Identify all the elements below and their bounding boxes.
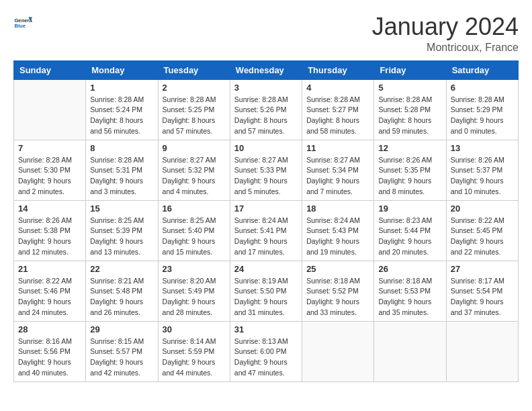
calendar-cell: 5Sunrise: 8:28 AMSunset: 5:28 PMDaylight… <box>374 79 446 140</box>
day-number: 12 <box>378 143 441 153</box>
day-info-line: Sunrise: 8:28 AM <box>306 95 360 103</box>
day-info-line: Sunset: 5:37 PM <box>451 166 503 174</box>
day-number: 31 <box>234 324 298 334</box>
calendar-cell <box>14 79 86 140</box>
day-info-line: Sunrise: 8:21 AM <box>90 277 144 285</box>
day-info-line: Sunset: 5:57 PM <box>90 347 142 355</box>
day-info-line: Sunset: 5:33 PM <box>234 166 287 174</box>
day-number: 17 <box>234 203 298 214</box>
day-info: Sunrise: 8:28 AMSunset: 5:25 PMDaylight:… <box>163 95 226 137</box>
day-info-line: Daylight: 9 hours <box>90 298 143 306</box>
day-number: 21 <box>18 264 81 274</box>
day-info-line: Sunrise: 8:28 AM <box>18 156 72 164</box>
day-info-line: Sunset: 5:31 PM <box>90 166 142 174</box>
day-info-line: Daylight: 9 hours <box>234 237 287 245</box>
day-info-line: Sunrise: 8:18 AM <box>378 277 432 285</box>
calendar-cell: 23Sunrise: 8:20 AMSunset: 5:49 PMDayligh… <box>158 261 230 321</box>
calendar-cell: 18Sunrise: 8:24 AMSunset: 5:43 PMDayligh… <box>302 200 374 261</box>
day-info-line: and 5 minutes. <box>234 187 281 195</box>
day-number: 29 <box>90 324 153 334</box>
week-row-3: 14Sunrise: 8:26 AMSunset: 5:38 PMDayligh… <box>14 200 519 261</box>
calendar-cell: 7Sunrise: 8:28 AMSunset: 5:30 PMDaylight… <box>14 140 86 200</box>
day-info-line: Daylight: 9 hours <box>18 177 71 185</box>
day-info-line: Sunset: 5:54 PM <box>451 287 503 295</box>
day-info-line: Daylight: 8 hours <box>234 116 287 124</box>
day-number: 11 <box>306 143 369 153</box>
calendar-cell: 11Sunrise: 8:27 AMSunset: 5:34 PMDayligh… <box>302 140 374 200</box>
day-info-line: Sunrise: 8:13 AM <box>234 337 288 345</box>
day-info-line: and 12 minutes. <box>18 248 69 256</box>
day-info-line: Sunrise: 8:28 AM <box>378 95 432 103</box>
day-info-line: Sunset: 5:45 PM <box>451 226 503 234</box>
day-info-line: Sunset: 5:49 PM <box>163 287 215 295</box>
day-info-line: Sunrise: 8:28 AM <box>90 95 144 103</box>
day-info-line: Sunrise: 8:22 AM <box>451 216 504 224</box>
day-info-line: Sunset: 5:35 PM <box>378 166 431 174</box>
column-header-friday: Friday <box>374 60 446 79</box>
day-info-line: and 44 minutes. <box>163 369 213 377</box>
day-info-line: Sunrise: 8:19 AM <box>234 277 288 285</box>
calendar-cell <box>446 321 518 381</box>
svg-text:Blue: Blue <box>14 23 26 29</box>
day-number: 19 <box>378 203 441 214</box>
day-info-line: Sunrise: 8:17 AM <box>451 277 504 285</box>
calendar-cell: 27Sunrise: 8:17 AMSunset: 5:54 PMDayligh… <box>446 261 518 321</box>
day-number: 30 <box>163 324 226 334</box>
calendar-cell: 15Sunrise: 8:25 AMSunset: 5:39 PMDayligh… <box>86 200 158 261</box>
day-info-line: Sunset: 5:39 PM <box>90 226 142 234</box>
calendar-cell: 22Sunrise: 8:21 AMSunset: 5:48 PMDayligh… <box>86 261 158 321</box>
day-info-line: and 26 minutes. <box>90 308 140 316</box>
column-header-monday: Monday <box>86 60 158 79</box>
day-info-line: Sunrise: 8:24 AM <box>234 216 288 224</box>
calendar-cell: 13Sunrise: 8:26 AMSunset: 5:37 PMDayligh… <box>446 140 518 200</box>
day-info-line: Sunset: 5:24 PM <box>90 105 142 113</box>
day-info-line: Sunset: 5:53 PM <box>378 287 431 295</box>
day-info: Sunrise: 8:26 AMSunset: 5:38 PMDaylight:… <box>18 216 81 258</box>
day-info-line: Daylight: 9 hours <box>234 177 287 185</box>
day-number: 28 <box>18 324 81 334</box>
day-info-line: Sunset: 5:29 PM <box>451 105 503 113</box>
day-number: 8 <box>90 143 153 153</box>
day-info: Sunrise: 8:20 AMSunset: 5:49 PMDaylight:… <box>163 276 226 318</box>
day-info-line: and 40 minutes. <box>18 369 69 377</box>
day-number: 27 <box>451 264 514 274</box>
column-header-sunday: Sunday <box>14 60 86 79</box>
title-block: January 2024 Montricoux, France <box>372 13 519 54</box>
day-info-line: Daylight: 9 hours <box>306 298 359 306</box>
day-info-line: Sunrise: 8:28 AM <box>163 95 216 103</box>
calendar-cell: 14Sunrise: 8:26 AMSunset: 5:38 PMDayligh… <box>14 200 86 261</box>
day-info-line: and 57 minutes. <box>163 127 213 135</box>
day-info-line: Sunset: 5:27 PM <box>306 105 359 113</box>
day-info-line: and 7 minutes. <box>306 187 353 195</box>
calendar-cell: 1Sunrise: 8:28 AMSunset: 5:24 PMDaylight… <box>86 79 158 140</box>
day-info-line: Daylight: 9 hours <box>378 177 431 185</box>
day-info-line: Daylight: 9 hours <box>90 358 143 366</box>
day-info-line: Sunset: 5:34 PM <box>306 166 359 174</box>
day-info-line: Daylight: 9 hours <box>306 237 359 245</box>
day-info-line: Daylight: 8 hours <box>90 116 143 124</box>
day-info-line: and 37 minutes. <box>451 308 501 316</box>
day-info-line: and 4 minutes. <box>163 187 209 195</box>
calendar-cell: 6Sunrise: 8:28 AMSunset: 5:29 PMDaylight… <box>446 79 518 140</box>
day-info-line: and 56 minutes. <box>90 127 140 135</box>
day-info: Sunrise: 8:21 AMSunset: 5:48 PMDaylight:… <box>90 276 153 318</box>
day-info-line: Daylight: 9 hours <box>18 237 71 245</box>
calendar-cell: 17Sunrise: 8:24 AMSunset: 5:41 PMDayligh… <box>230 200 302 261</box>
calendar-cell: 19Sunrise: 8:23 AMSunset: 5:44 PMDayligh… <box>374 200 446 261</box>
day-info: Sunrise: 8:15 AMSunset: 5:57 PMDaylight:… <box>90 336 153 379</box>
day-info-line: and 35 minutes. <box>378 308 429 316</box>
calendar-cell: 12Sunrise: 8:26 AMSunset: 5:35 PMDayligh… <box>374 140 446 200</box>
day-number: 13 <box>451 143 514 153</box>
calendar-cell: 31Sunrise: 8:13 AMSunset: 6:00 PMDayligh… <box>230 321 302 381</box>
day-info-line: Sunrise: 8:27 AM <box>234 156 288 164</box>
column-header-saturday: Saturday <box>446 60 518 79</box>
day-info-line: Daylight: 9 hours <box>451 177 504 185</box>
day-info-line: and 42 minutes. <box>90 369 140 377</box>
day-info-line: Daylight: 9 hours <box>234 298 287 306</box>
day-info: Sunrise: 8:13 AMSunset: 6:00 PMDaylight:… <box>234 336 298 379</box>
day-number: 3 <box>234 83 298 93</box>
day-info-line: Sunset: 5:43 PM <box>306 226 359 234</box>
calendar-cell: 16Sunrise: 8:25 AMSunset: 5:40 PMDayligh… <box>158 200 230 261</box>
day-number: 18 <box>306 203 369 214</box>
day-info-line: and 33 minutes. <box>306 308 357 316</box>
